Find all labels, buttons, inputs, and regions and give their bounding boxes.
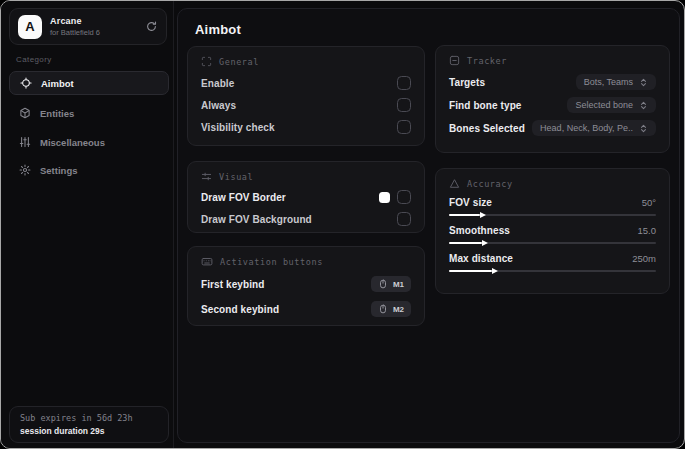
sidebar-item-miscellaneous[interactable]: Miscellaneous [9, 130, 169, 154]
logo-card: A Arcane for Battlefield 6 [9, 8, 167, 45]
sliders-vertical-icon [19, 136, 31, 148]
app-logo: A [18, 15, 42, 39]
tracker-card: Tracker Targets Bots, Teams Find [435, 45, 670, 153]
fov-size-slider[interactable] [449, 214, 656, 216]
mouse-icon [378, 279, 388, 289]
setting-label: Find bone type [449, 100, 522, 111]
dropdown-value: Bots, Teams [584, 77, 633, 87]
triangle-icon [449, 178, 460, 189]
setting-label: Enable [201, 78, 234, 89]
setting-row-targets: Targets Bots, Teams [449, 74, 656, 90]
category-label: Category [16, 55, 52, 64]
sidebar-item-entities[interactable]: Entities [9, 101, 169, 125]
crosshair-icon [20, 77, 32, 89]
page-title: Aimbot [195, 22, 241, 37]
general-card-title: General [219, 57, 259, 67]
find-bone-type-dropdown[interactable]: Selected bone [567, 97, 656, 113]
activation-buttons-card: Activation buttons First keybind M1 [187, 246, 425, 326]
draw-fov-border-checkbox[interactable] [397, 190, 411, 204]
setting-row-draw-fov-border: Draw FOV Border [201, 190, 411, 204]
setting-label: Smoothness [449, 225, 510, 236]
visibility-check-checkbox[interactable] [397, 120, 411, 134]
first-keybind-button[interactable]: M1 [371, 276, 411, 292]
fov-size-slider-group: FOV size 50° [449, 197, 656, 216]
chevrons-up-down-icon [639, 101, 648, 110]
setting-label: First keybind [201, 279, 265, 290]
dropdown-value: Head, Neck, Body, Pe.. [540, 123, 633, 133]
sidebar-item-label: Miscellaneous [40, 137, 105, 148]
app-window: A Arcane for Battlefield 6 Category Aimb [0, 0, 685, 449]
cube-icon [19, 107, 31, 119]
sidebar-item-label: Aimbot [41, 78, 74, 89]
sidebar-item-label: Settings [40, 165, 77, 176]
fov-size-value: 50° [642, 197, 656, 208]
session-duration-text: session duration 29s [20, 426, 158, 436]
smoothness-value: 15.0 [638, 225, 657, 236]
slider-thumb[interactable] [480, 212, 486, 218]
setting-label: Visibility check [201, 122, 275, 133]
visual-card-title: Visual [219, 172, 253, 182]
app-subtitle: for Battlefield 6 [50, 28, 145, 37]
visual-card-header: Visual [201, 171, 411, 182]
setting-label: FOV size [449, 197, 492, 208]
setting-row-first-keybind: First keybind M1 [201, 276, 411, 292]
app-title: Arcane [50, 16, 145, 26]
box-minus-icon [449, 55, 460, 66]
keyboard-icon [201, 256, 213, 267]
setting-row-bones-selected: Bones Selected Head, Neck, Body, Pe.. [449, 120, 656, 136]
accuracy-card-header: Accuracy [449, 178, 656, 189]
sidebar: A Arcane for Battlefield 6 Category Aimb [1, 1, 174, 448]
subscription-info-card: Sub expires in 56d 23h session duration … [9, 406, 169, 443]
setting-label: Draw FOV Border [201, 192, 286, 203]
setting-label: Targets [449, 77, 485, 88]
tracker-card-title: Tracker [467, 56, 507, 66]
keybind-value: M1 [393, 280, 404, 289]
visual-card: Visual Draw FOV Border Draw FOV Backgrou… [187, 161, 425, 233]
targets-dropdown[interactable]: Bots, Teams [576, 74, 656, 90]
dropdown-value: Selected bone [575, 100, 633, 110]
mouse-icon [378, 304, 388, 314]
setting-row-find-bone-type: Find bone type Selected bone [449, 97, 656, 113]
scan-icon [201, 56, 212, 67]
activation-card-header: Activation buttons [201, 256, 411, 267]
accuracy-card-title: Accuracy [467, 179, 513, 189]
setting-row-enable: Enable [201, 76, 411, 90]
setting-label: Max distance [449, 253, 513, 264]
accuracy-card: Accuracy FOV size 50° Smoot [435, 168, 670, 294]
sub-expires-text: Sub expires in 56d 23h [20, 413, 158, 423]
sidebar-item-aimbot[interactable]: Aimbot [9, 71, 169, 95]
slider-thumb[interactable] [482, 240, 488, 246]
sidebar-item-settings[interactable]: Settings [9, 158, 169, 182]
setting-row-second-keybind: Second keybind M2 [201, 301, 411, 317]
sidebar-item-label: Entities [40, 108, 74, 119]
smoothness-slider-group: Smoothness 15.0 [449, 225, 656, 244]
general-card-header: General [201, 56, 411, 67]
max-distance-value: 250m [632, 253, 656, 264]
keybind-value: M2 [393, 305, 404, 314]
smoothness-slider[interactable] [449, 242, 656, 244]
setting-row-visibility-check: Visibility check [201, 120, 411, 134]
bones-selected-dropdown[interactable]: Head, Neck, Body, Pe.. [532, 120, 656, 136]
max-distance-slider-group: Max distance 250m [449, 253, 656, 272]
tracker-card-header: Tracker [449, 55, 656, 66]
setting-label: Bones Selected [449, 123, 525, 134]
chevrons-up-down-icon [639, 78, 648, 87]
sliders-horizontal-icon [201, 171, 212, 182]
second-keybind-button[interactable]: M2 [371, 301, 411, 317]
max-distance-slider[interactable] [449, 270, 656, 272]
enable-checkbox[interactable] [397, 76, 411, 90]
setting-label: Always [201, 100, 236, 111]
setting-row-draw-fov-background: Draw FOV Background [201, 212, 411, 226]
refresh-icon[interactable] [145, 20, 158, 33]
draw-fov-background-checkbox[interactable] [397, 212, 411, 226]
fov-border-color-swatch[interactable] [379, 192, 390, 203]
general-card: General Enable Always Visibility check [187, 46, 425, 146]
always-checkbox[interactable] [397, 98, 411, 112]
chevrons-up-down-icon [639, 124, 648, 133]
main-panel: Aimbot General Enable Always [177, 8, 680, 443]
slider-thumb[interactable] [492, 268, 498, 274]
gear-icon [19, 164, 31, 176]
setting-label: Draw FOV Background [201, 214, 312, 225]
logo-text: Arcane for Battlefield 6 [50, 16, 145, 37]
setting-row-always: Always [201, 98, 411, 112]
